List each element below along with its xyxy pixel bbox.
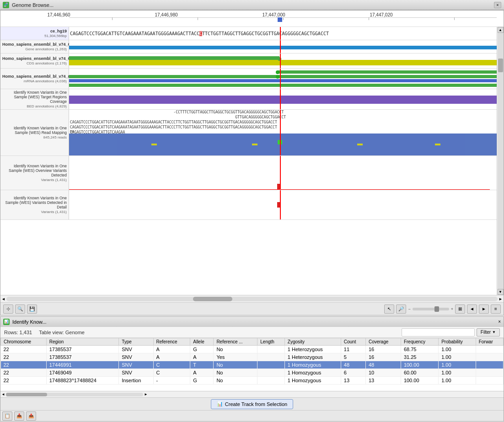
table-cell-3: A bbox=[153, 346, 190, 353]
nav-next-button[interactable]: ► bbox=[479, 304, 489, 314]
table-cell-6 bbox=[257, 369, 285, 377]
magnify-button[interactable]: 🔍 bbox=[15, 304, 25, 314]
table-toolbar: 📊 Create Track from Selection bbox=[0, 397, 504, 410]
save-button[interactable]: 💾 bbox=[27, 304, 37, 314]
panel-close-button[interactable]: × bbox=[498, 319, 501, 324]
table-row[interactable]: 2217385537SNVAAYes1 Heterozygous51631.25… bbox=[1, 353, 504, 361]
table-row[interactable]: 2217488823^17488824Insertion-GNo1 Homozy… bbox=[1, 377, 504, 385]
h-scroll-thumb[interactable] bbox=[193, 297, 232, 301]
gene-track-content[interactable] bbox=[69, 40, 497, 53]
table-cell-12 bbox=[476, 361, 503, 369]
vertical-scrollbar[interactable]: ▲ ▼ bbox=[497, 27, 504, 295]
table-cell-3: - bbox=[153, 377, 190, 385]
table-cell-11: 1.00 bbox=[439, 369, 476, 377]
variants-detail-track-content[interactable] bbox=[69, 190, 497, 219]
ruler-pos-3: 17,447,000 bbox=[262, 12, 285, 17]
filter-button[interactable]: Filter ▼ bbox=[477, 328, 500, 337]
bed-track-content[interactable] bbox=[69, 89, 497, 109]
col-forward[interactable]: Forwar bbox=[476, 338, 503, 346]
table-scroll-left[interactable]: ◄ bbox=[1, 392, 5, 396]
track-bed: Identify Known Variants in One Sample (W… bbox=[0, 89, 497, 110]
table-cell-12 bbox=[476, 346, 503, 353]
zoom-reset-button[interactable]: ⊠ bbox=[455, 304, 465, 314]
table-cell-0: 22 bbox=[1, 353, 47, 361]
zoom-in-button[interactable]: 🔎 bbox=[396, 304, 406, 314]
table-cell-0: 22 bbox=[1, 346, 47, 353]
read-seq-0: -CCTTTCTGGTTAGGCTTGAGGCTGCGGTTGACAGGGGGC… bbox=[69, 110, 497, 115]
table-cell-11: 1.00 bbox=[439, 361, 476, 369]
reads-track-content[interactable]: -CCTTTCTGGTTAGGCTTGAGGCTGCGGTTGACAGGGGGC… bbox=[69, 110, 497, 155]
table-cell-11: 1.00 bbox=[439, 346, 476, 353]
col-ref-val[interactable]: Reference ... bbox=[214, 338, 257, 346]
variants-detail-cursor bbox=[280, 190, 281, 219]
col-length[interactable]: Length bbox=[257, 338, 285, 346]
col-coverage[interactable]: Coverage bbox=[365, 338, 401, 346]
toolbar-left: ⊹ 🔍 💾 bbox=[3, 304, 37, 314]
col-frequency[interactable]: Frequency bbox=[401, 338, 438, 346]
cursor-mode-button[interactable]: ↖ bbox=[384, 304, 394, 314]
col-region[interactable]: Region bbox=[46, 338, 118, 346]
search-input[interactable] bbox=[402, 328, 475, 337]
h-scroll-right[interactable]: ► bbox=[499, 297, 503, 301]
create-track-icon: 📊 bbox=[217, 401, 223, 407]
col-probability[interactable]: Probability bbox=[439, 338, 476, 346]
table-cell-4: G bbox=[190, 377, 214, 385]
variants-detail-track-info: Variants (1,431) bbox=[2, 210, 67, 214]
table-cell-10: 100.00 bbox=[401, 361, 438, 369]
crosshair-button[interactable]: ⊹ bbox=[3, 304, 13, 314]
nav-prev-button[interactable]: ◄ bbox=[467, 304, 477, 314]
h-scroll-left[interactable]: ◄ bbox=[1, 297, 5, 301]
col-count[interactable]: Count bbox=[341, 338, 365, 346]
bed-cursor bbox=[280, 89, 281, 109]
table-scroll-track bbox=[6, 393, 143, 396]
table-cell-12 bbox=[476, 377, 503, 385]
coverage-label: 58 bbox=[70, 129, 74, 134]
table-header-row: Chromosome Region Type Reference Allele … bbox=[1, 338, 504, 346]
zoom-thumb[interactable] bbox=[434, 306, 439, 312]
scroll-thumb[interactable] bbox=[498, 59, 503, 72]
settings-button[interactable]: ≡ bbox=[491, 304, 501, 314]
scroll-up-button[interactable]: ▲ bbox=[498, 27, 504, 33]
bed-track-name: Identify Known Variants in One Sample (W… bbox=[2, 90, 67, 104]
col-type[interactable]: Type bbox=[119, 338, 153, 346]
mrna-cursor bbox=[280, 69, 281, 89]
table-container[interactable]: Chromosome Region Type Reference Allele … bbox=[0, 338, 504, 391]
gene-cursor bbox=[280, 40, 281, 53]
table-cell-6 bbox=[257, 346, 285, 353]
panel-icon: 📊 bbox=[3, 319, 10, 325]
table-scroll-thumb[interactable] bbox=[6, 393, 47, 396]
track-overview: Identify Known Variants in One Sample (W… bbox=[0, 156, 497, 190]
table-cell-2: Insertion bbox=[119, 377, 153, 385]
col-chromosome[interactable]: Chromosome bbox=[1, 338, 47, 346]
table-tool-3[interactable]: 📤 bbox=[26, 411, 36, 421]
zoom-minus-label: − bbox=[408, 307, 410, 311]
panel-title-text: Identify Know... bbox=[12, 319, 495, 325]
table-row[interactable]: 2217385537SNVAGNo1 Heterozygous111668.75… bbox=[1, 346, 504, 353]
cds-track-content[interactable] bbox=[69, 53, 497, 68]
ref-track-content[interactable]: CAGAGTCCCTGGACATTGTCAAGAAATAGAATGGGGAAAG… bbox=[69, 27, 497, 40]
mrna-track-content[interactable] bbox=[69, 69, 497, 89]
horizontal-scrollbar[interactable]: ◄ ► bbox=[0, 295, 504, 302]
zoom-slider[interactable] bbox=[413, 308, 449, 310]
create-track-button[interactable]: 📊 Create Track from Selection bbox=[211, 399, 293, 409]
title-bar-close-button[interactable]: × bbox=[494, 2, 501, 8]
table-tool-1[interactable]: 📋 bbox=[2, 411, 12, 421]
table-row[interactable]: 2217446991SNVCTNo1 Homozygous4848100.001… bbox=[1, 361, 504, 369]
table-scroll-right[interactable]: ► bbox=[144, 392, 148, 396]
col-zygosity[interactable]: Zygosity bbox=[284, 338, 341, 346]
table-tool-2[interactable]: 📥 bbox=[14, 411, 24, 421]
table-cell-0: 22 bbox=[1, 377, 47, 385]
table-h-scrollbar[interactable]: ◄ ► bbox=[0, 391, 504, 397]
table-row[interactable]: 2217469049SNVCANo1 Homozygous61060.001.0… bbox=[1, 369, 504, 377]
reads-track-name: Identify Known Variants in One Sample (W… bbox=[2, 126, 67, 135]
scroll-down-button[interactable]: ▼ bbox=[498, 289, 504, 295]
table-cell-9: 10 bbox=[365, 369, 401, 377]
table-cell-7: 1 Homozygous bbox=[284, 377, 341, 385]
col-reference[interactable]: Reference bbox=[153, 338, 190, 346]
col-allele[interactable]: Allele bbox=[190, 338, 214, 346]
table-cell-5: Yes bbox=[214, 353, 257, 361]
ref-cursor bbox=[280, 27, 281, 40]
overview-track-content[interactable] bbox=[69, 156, 497, 190]
track-label-genes: Homo_sapiens_ensembl_bl_v74_Genes Gene a… bbox=[0, 40, 69, 53]
bed-track-info: BED annotations (4,829) bbox=[2, 104, 67, 109]
